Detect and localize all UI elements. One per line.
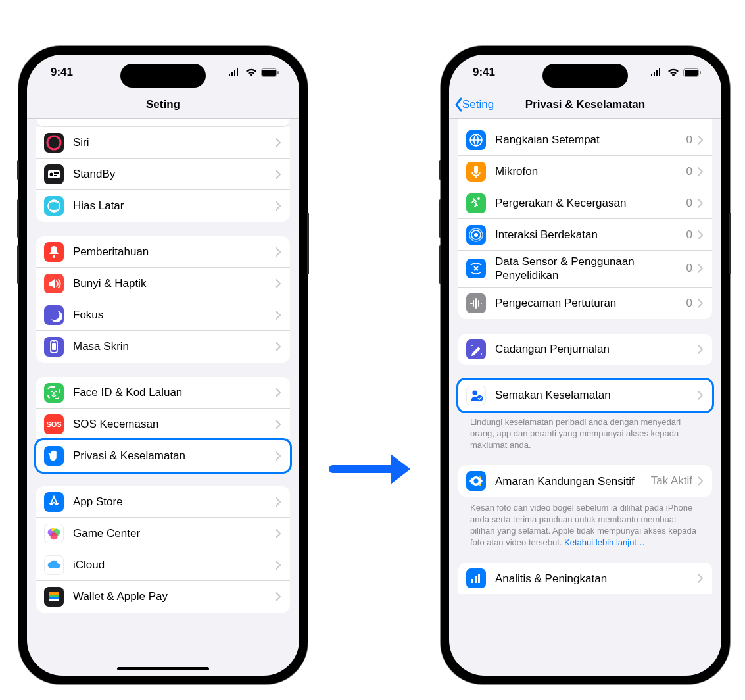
- settings-row-notifications[interactable]: Pemberitahuan: [36, 236, 290, 268]
- svg-rect-22: [49, 595, 59, 597]
- silent-switch: [439, 160, 441, 180]
- svg-point-30: [474, 233, 478, 237]
- settings-row-wallpaper[interactable]: Hias Latar: [36, 190, 290, 222]
- row-label: Siri: [73, 136, 276, 149]
- settings-row-sos[interactable]: SOSSOS Kecemasan: [36, 409, 290, 440]
- row-label: Data Sensor & Penggunaan Penyelidikan: [495, 255, 686, 283]
- settings-row-sensor[interactable]: Data Sensor & Penggunaan Penyelidikan0: [458, 251, 712, 288]
- content-right[interactable]: Rangkaian Setempat0Mikrofon0Pergerakan &…: [449, 119, 721, 676]
- partial-row-top: [458, 119, 712, 124]
- volume-down: [17, 245, 19, 284]
- settings-row-motion[interactable]: Pergerakan & Kecergasan0: [458, 188, 712, 219]
- row-label: Bunyi & Haptik: [73, 276, 276, 290]
- settings-row-speech[interactable]: Pengecaman Pertuturan0: [458, 288, 712, 319]
- settings-group: SiriStandByHias Latar: [36, 127, 290, 222]
- gamecenter-icon: [44, 524, 64, 543]
- row-detail: 0: [686, 165, 692, 178]
- settings-group: Rangkaian Setempat0Mikrofon0Pergerakan &…: [458, 124, 712, 319]
- volume-up: [439, 199, 441, 238]
- settings-row-nearby[interactable]: Interaksi Berdekatan0: [458, 219, 712, 251]
- settings-row-journal[interactable]: Cadangan Penjurnalan: [458, 334, 712, 365]
- chevron-right-icon: [276, 201, 281, 211]
- row-detail: 0: [686, 134, 692, 147]
- settings-row-microphone[interactable]: Mikrofon0: [458, 156, 712, 188]
- row-label: Privasi & Keselamatan: [73, 449, 276, 463]
- settings-row-focus[interactable]: Fokus: [36, 299, 290, 331]
- faceid-icon: [44, 383, 64, 403]
- svg-rect-28: [474, 166, 478, 174]
- phone-right: 9:41 Seting Privasi & Keselamatan Rangka…: [441, 46, 730, 684]
- svg-rect-2: [277, 71, 279, 74]
- chevron-right-icon: [276, 420, 281, 429]
- row-label: Face ID & Kod Laluan: [73, 386, 276, 399]
- settings-group: Semakan Keselamatan: [458, 380, 712, 411]
- settings-row-icloud[interactable]: iCloud: [36, 549, 290, 581]
- cellular-icon: [650, 68, 663, 76]
- settings-row-sensitive[interactable]: Amaran Kandungan SensitifTak Aktif: [458, 465, 712, 497]
- settings-group: App StoreGame CenteriCloudWallet & Apple…: [36, 486, 290, 612]
- nav-title: Seting: [146, 98, 180, 111]
- svg-point-14: [55, 390, 57, 391]
- row-label: iCloud: [73, 558, 276, 572]
- home-indicator[interactable]: [117, 667, 209, 670]
- dynamic-island: [542, 64, 628, 88]
- nav-back-button[interactable]: Seting: [454, 97, 494, 112]
- settings-row-wallet[interactable]: Wallet & Apple Pay: [36, 581, 290, 612]
- row-detail: Tak Aktif: [651, 474, 692, 488]
- svg-point-35: [472, 390, 477, 395]
- footer-link[interactable]: Ketahui lebih lanjut…: [564, 538, 645, 547]
- settings-row-screentime[interactable]: Masa Skrin: [36, 331, 290, 362]
- wifi-icon: [667, 68, 679, 76]
- screen-left: 9:41 Seting SiriStandByHias LatarPemberi…: [27, 55, 299, 676]
- settings-row-appstore[interactable]: App Store: [36, 486, 290, 518]
- cellular-icon: [228, 68, 241, 76]
- content-left[interactable]: SiriStandByHias LatarPemberitahuanBunyi …: [27, 119, 299, 676]
- chevron-right-icon: [276, 138, 281, 147]
- svg-point-3: [47, 136, 60, 149]
- settings-row-siri[interactable]: Siri: [36, 127, 290, 159]
- settings-row-faceid[interactable]: Face ID & Kod Laluan: [36, 377, 290, 409]
- chevron-right-icon: [276, 529, 281, 538]
- svg-rect-26: [700, 71, 701, 74]
- localnet-icon: [466, 130, 486, 150]
- sensor-icon: [466, 259, 486, 278]
- row-label: Rangkaian Setempat: [495, 133, 686, 147]
- svg-rect-11: [52, 343, 56, 350]
- settings-row-gamecenter[interactable]: Game Center: [36, 518, 290, 549]
- group-footer: Kesan foto dan video bogel sebelum ia di…: [458, 497, 712, 548]
- screen-right: 9:41 Seting Privasi & Keselamatan Rangka…: [449, 55, 721, 676]
- chevron-right-icon: [276, 279, 281, 288]
- dynamic-island: [120, 64, 206, 88]
- settings-group: Cadangan Penjurnalan: [458, 334, 712, 365]
- nearby-icon: [466, 225, 486, 245]
- chevron-right-icon: [276, 561, 281, 570]
- row-label: Semakan Keselamatan: [495, 388, 698, 402]
- chevron-right-icon: [698, 476, 703, 486]
- chevron-right-icon: [698, 574, 703, 583]
- row-label: Analitis & Peningkatan: [495, 572, 698, 586]
- row-detail: 0: [686, 228, 692, 241]
- svg-point-13: [51, 390, 53, 391]
- settings-row-safetycheck[interactable]: Semakan Keselamatan: [458, 380, 712, 411]
- settings-row-privacy[interactable]: Privasi & Keselamatan: [36, 440, 290, 472]
- svg-point-33: [471, 345, 473, 346]
- row-label: Pergerakan & Kecergasan: [495, 196, 686, 210]
- wallpaper-icon: [44, 196, 64, 216]
- settings-row-localnet[interactable]: Rangkaian Setempat0: [458, 124, 712, 156]
- chevron-right-icon: [698, 199, 703, 208]
- svg-point-18: [50, 532, 57, 539]
- svg-rect-25: [685, 70, 698, 76]
- settings-row-analytics[interactable]: Analitis & Peningkatan: [458, 562, 712, 594]
- chevron-right-icon: [276, 342, 281, 351]
- svg-point-5: [50, 172, 53, 176]
- settings-row-standby[interactable]: StandBy: [36, 159, 290, 190]
- svg-rect-38: [471, 579, 473, 583]
- sensitive-icon: [466, 471, 486, 491]
- row-detail: 0: [686, 297, 692, 310]
- svg-rect-40: [478, 574, 480, 583]
- svg-rect-39: [475, 576, 477, 583]
- chevron-right-icon: [276, 388, 281, 397]
- row-label: Hias Latar: [73, 199, 276, 213]
- sos-icon: SOS: [44, 414, 64, 434]
- settings-row-sounds[interactable]: Bunyi & Haptik: [36, 268, 290, 299]
